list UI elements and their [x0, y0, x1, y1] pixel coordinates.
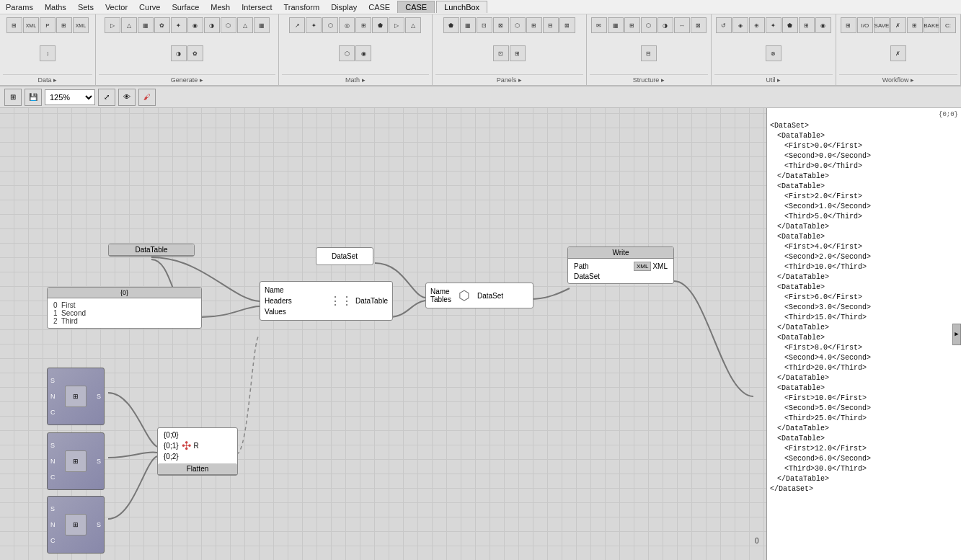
write-xml-node[interactable]: Write Path XML XML DataSet: [567, 246, 674, 284]
panels-icon-3[interactable]: ⊡: [477, 17, 492, 33]
struct-icon-8[interactable]: ⊟: [641, 45, 657, 61]
math-icon-7[interactable]: ▷: [389, 17, 404, 33]
gen-icon-7[interactable]: ◑: [204, 17, 220, 33]
wf-icon-4[interactable]: ✗: [890, 17, 906, 33]
paint-button[interactable]: 🖌: [138, 89, 156, 106]
math-icon-6[interactable]: ⬟: [372, 17, 388, 33]
gen-icon-12[interactable]: ✿: [187, 45, 203, 61]
snc-node-3[interactable]: S N ⊞ S C: [47, 496, 105, 554]
gen-icon-4[interactable]: ✿: [154, 17, 170, 33]
struct-icon-7[interactable]: ⊠: [691, 17, 707, 33]
gen-icon-10[interactable]: ▦: [254, 17, 270, 33]
panels-icon-2[interactable]: ▦: [460, 17, 476, 33]
menu-params[interactable]: Params: [0, 1, 39, 13]
util-icon-7[interactable]: ◉: [815, 17, 831, 33]
menu-surface[interactable]: Surface: [166, 1, 205, 13]
snc-node-2[interactable]: S N ⊞ S C: [47, 432, 105, 490]
tab-lunchbox[interactable]: LunchBox: [436, 1, 487, 13]
panels-icon-10[interactable]: ⊞: [510, 45, 526, 61]
wf-icon-3[interactable]: SAVE: [874, 17, 890, 33]
datatable-node[interactable]: DataTable: [108, 244, 195, 257]
gen-icon-2[interactable]: △: [121, 17, 137, 33]
data-icon-6[interactable]: ↕: [40, 45, 56, 61]
xml-line-37: </DataSet>: [770, 484, 958, 494]
wf-icon-8[interactable]: ✗: [890, 45, 906, 61]
panels-icon-8[interactable]: ⊠: [559, 17, 575, 33]
menu-maths[interactable]: Maths: [39, 1, 72, 13]
menu-curve[interactable]: Curve: [133, 1, 166, 13]
headers-input-values: Values: [265, 308, 292, 316]
math-icon-8[interactable]: △: [405, 17, 421, 33]
toolbar: ⊞ XML P ⊞ XML ↕ Data ▸ ▷ △ ▦ ✿ ✦ ◉ ◑ ⬡ △…: [0, 14, 961, 86]
util-icon-2[interactable]: ◈: [732, 17, 748, 33]
snc-node-1[interactable]: S N ⊞ S C: [47, 368, 105, 425]
menu-vector[interactable]: Vector: [99, 1, 133, 13]
gen-icon-3[interactable]: ▦: [138, 17, 154, 33]
menu-mesh[interactable]: Mesh: [205, 1, 236, 13]
wf-icon-6[interactable]: BAKE: [924, 17, 939, 33]
panels-icon-7[interactable]: ⊟: [543, 17, 559, 33]
struct-icon-4[interactable]: ⬡: [641, 17, 657, 33]
panels-icon-5[interactable]: ⬡: [510, 17, 526, 33]
tab-case[interactable]: CASE: [397, 1, 435, 13]
node-canvas[interactable]: DataTable {0} 0 First 1 Second 2 Third N…: [0, 108, 766, 560]
struct-icon-6[interactable]: ↔: [674, 17, 690, 33]
gen-icon-8[interactable]: ⬡: [221, 17, 236, 33]
struct-icon-1[interactable]: ✉: [591, 17, 607, 33]
util-icon-8[interactable]: ⊗: [766, 45, 781, 61]
menu-display[interactable]: Display: [325, 1, 363, 13]
wf-icon-1[interactable]: ⊞: [841, 17, 856, 33]
struct-icon-2[interactable]: ▦: [608, 17, 624, 33]
menu-intersect[interactable]: Intersect: [236, 1, 278, 13]
headers-node[interactable]: Name Headers Values ⋮⋮ DataTable: [260, 281, 393, 321]
util-icon-4[interactable]: ✦: [766, 17, 781, 33]
panels-icon-9[interactable]: ⊡: [493, 45, 509, 61]
save-button[interactable]: 💾: [25, 89, 42, 106]
data-icon-3[interactable]: P: [40, 17, 56, 33]
view-button[interactable]: 👁: [118, 89, 136, 106]
zoom-select[interactable]: 125% 100% 75% 50%: [45, 89, 95, 105]
util-icon-5[interactable]: ⬟: [782, 17, 798, 33]
data-icon-5[interactable]: XML: [73, 17, 89, 33]
panels-icon-6[interactable]: ⊞: [526, 17, 542, 33]
data-icon-4[interactable]: ⊞: [56, 17, 72, 33]
headers-body: Name Headers Values ⋮⋮ DataTable: [260, 282, 392, 320]
menu-sets[interactable]: Sets: [72, 1, 99, 13]
wf-icon-2[interactable]: I/O: [857, 17, 873, 33]
new-button[interactable]: ⊞: [4, 89, 22, 106]
list-item-1: 1 Second: [53, 309, 195, 317]
math-icon-2[interactable]: ✦: [306, 17, 322, 33]
gen-icon-9[interactable]: △: [237, 17, 253, 33]
wf-icon-7[interactable]: C:: [940, 17, 956, 33]
util-icon-3[interactable]: ⊕: [749, 17, 765, 33]
flatten-node[interactable]: {0;0} {0;1} ✣ R {0;2} Flatten: [157, 427, 238, 476]
data-icon-2[interactable]: XML: [23, 17, 39, 33]
struct-icon-3[interactable]: ⊞: [624, 17, 640, 33]
wf-icon-5[interactable]: ⊞: [907, 17, 923, 33]
math-icon-3[interactable]: ⬡: [322, 17, 338, 33]
gen-icon-6[interactable]: ◉: [187, 17, 203, 33]
math-icon-1[interactable]: ↗: [289, 17, 305, 33]
struct-icon-5[interactable]: ◑: [657, 17, 673, 33]
math-icon-10[interactable]: ◉: [355, 45, 371, 61]
gen-icon-1[interactable]: ▷: [105, 17, 120, 33]
menu-case[interactable]: CASE: [363, 1, 396, 13]
math-icon-5[interactable]: ⊞: [355, 17, 371, 33]
util-icon-6[interactable]: ⊞: [799, 17, 815, 33]
xml-line-9: <Second>1.0</Second>: [770, 202, 958, 212]
data-icon-1[interactable]: ⊞: [6, 17, 22, 33]
util-icon-1[interactable]: ↺: [716, 17, 732, 33]
xml-line-36: </DataTable>: [770, 474, 958, 484]
dataset-top-node[interactable]: DataSet: [316, 247, 373, 265]
gen-icon-11[interactable]: ◑: [171, 45, 187, 61]
math-icon-9[interactable]: ⬡: [339, 45, 355, 61]
fit-button[interactable]: ⤢: [98, 89, 115, 106]
panels-icon-4[interactable]: ⊠: [493, 17, 509, 33]
panels-icon-1[interactable]: ⬟: [443, 17, 459, 33]
list-node[interactable]: {0} 0 First 1 Second 2 Third: [47, 287, 202, 329]
nametables-node[interactable]: Name Tables ⬡ DataSet: [425, 283, 533, 308]
xml-expand-arrow[interactable]: ▶: [952, 324, 961, 345]
menu-transform[interactable]: Transform: [278, 1, 325, 13]
gen-icon-5[interactable]: ✦: [171, 17, 187, 33]
math-icon-4[interactable]: ◎: [339, 17, 355, 33]
